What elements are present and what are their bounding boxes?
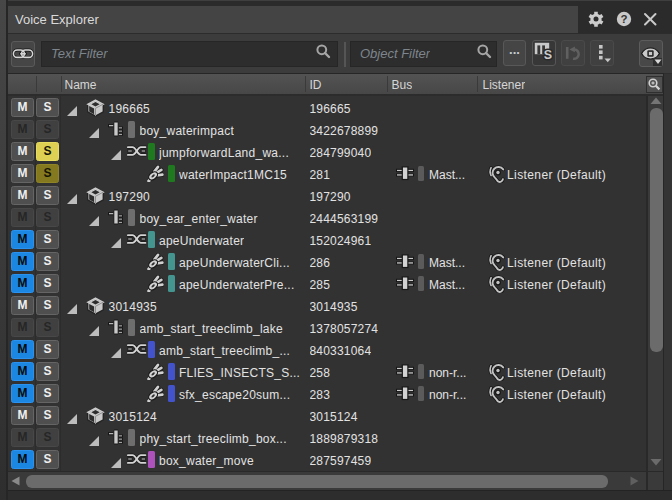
svg-text:S: S xyxy=(544,48,552,62)
svg-text:?: ? xyxy=(620,13,627,25)
